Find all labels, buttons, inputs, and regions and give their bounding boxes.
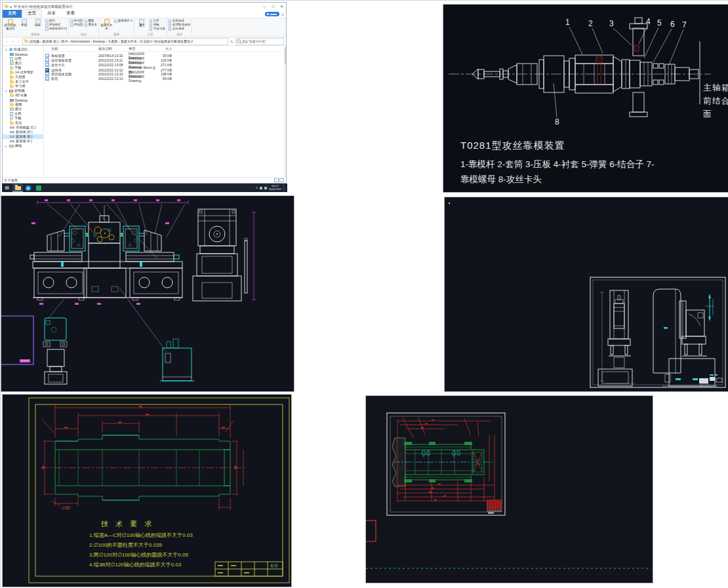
expand-icon[interactable]: ▸ — [5, 144, 8, 148]
column-type[interactable]: 类型 — [129, 47, 156, 51]
red-dimension-marks — [421, 420, 446, 500]
panel-machine-assembly — [1, 195, 294, 392]
tab-file[interactable]: 文件 — [3, 10, 22, 18]
properties-button[interactable]: 属性 — [136, 19, 148, 28]
sidebar-item-videos[interactable]: 视频 — [3, 102, 43, 107]
list-scrollbar[interactable] — [284, 46, 286, 177]
tab-home[interactable]: 主页 — [22, 9, 42, 18]
work-tables — [30, 252, 179, 267]
history-button[interactable]: 历史记录 — [150, 28, 165, 31]
up-button[interactable]: ↑ — [16, 39, 21, 43]
copy-button[interactable]: 复制 — [18, 19, 30, 28]
dwg-file-icon — [45, 72, 49, 77]
documents-icon — [10, 57, 13, 61]
copy-path-button[interactable]: 复制路径 — [45, 24, 67, 27]
file-row[interactable]: 靠模装置2007/8/14 13:33 DWG/DXF Drawing35 KB — [44, 52, 286, 56]
select-all-icon — [169, 20, 172, 23]
blue-banner-button[interactable] — [265, 12, 279, 16]
paste-shortcut-button[interactable]: 粘贴快捷方式 — [45, 28, 67, 31]
sidebar-item-folder2[interactable]: 凡易星 — [3, 75, 43, 79]
sidebar-item-pc-documents[interactable]: 文档 — [3, 111, 43, 116]
sheet-border-outer — [590, 277, 725, 387]
copy-to-button[interactable]: 复制到 — [70, 24, 83, 27]
invert-selection-button[interactable]: 反向选择 — [169, 28, 190, 31]
edit-icon — [150, 24, 153, 27]
new-folder-button[interactable]: 新建文件夹 — [100, 19, 113, 30]
taskbar-clock[interactable]: 16:17 2021/7/27 — [269, 185, 281, 191]
select-all-button[interactable]: 全部选择 — [169, 20, 190, 23]
show-desktop-button[interactable] — [283, 184, 285, 192]
minimize-button[interactable]: ─ — [260, 3, 269, 10]
collapse-icon[interactable]: ▾ — [5, 48, 8, 52]
new-item-button[interactable]: 新建项目 ▾ — [114, 20, 132, 23]
select-none-button[interactable]: 全部取消选择 — [169, 24, 190, 27]
sidebar-item-downloads[interactable]: 下载 — [3, 66, 43, 70]
sidebar-item-disk-e[interactable]: 新加卷 (E:) — [3, 134, 43, 139]
sidebar-item-pc-pictures[interactable]: 图片 — [3, 107, 43, 111]
view-toggle-icons[interactable] — [274, 178, 284, 182]
sidebar-item-pc-desktop[interactable]: Desktop — [3, 98, 43, 102]
tech-title: 技 术 要 求 — [101, 520, 154, 528]
sidebar-item-disk-f[interactable]: 新加卷 (F:) — [3, 139, 43, 144]
sidebar-item-folder4[interactable]: 学习类 — [3, 84, 43, 88]
rename-button[interactable]: 重命名 — [85, 24, 98, 27]
svg-text:前结合: 前结合 — [703, 96, 728, 106]
column-size[interactable]: 大小 — [156, 47, 174, 51]
edit-button[interactable]: 编辑 — [150, 24, 165, 27]
sidebar-this-pc[interactable]: ▾ 此电脑 — [3, 88, 43, 93]
invert-selection-icon — [169, 28, 172, 31]
move-to-button[interactable]: 移动到 — [70, 20, 83, 23]
start-button[interactable]: ⊞ — [2, 184, 12, 192]
sidebar-quick-access[interactable]: ▾ 快速访问 — [3, 47, 43, 52]
cut-button[interactable]: 剪切 — [45, 20, 67, 23]
quick-access-toolbar[interactable]: ▾ — [3, 5, 14, 9]
drive-icon — [10, 127, 14, 129]
callout-numbers: 1 2 3 4 5 6 7 8 — [555, 17, 687, 127]
pin-to-quick-access-button[interactable]: 固定到快速访问 — [4, 19, 16, 30]
sidebar-item-pictures[interactable]: 图片 — [3, 61, 43, 66]
tray-expand-icon[interactable]: ∧ — [256, 186, 258, 189]
refresh-button[interactable]: ↻ — [230, 39, 234, 44]
sidebar-item-folder1[interactable]: 14-日常维护 — [3, 70, 43, 75]
open-button[interactable]: 打开 — [150, 20, 165, 23]
item-count: 6 个项目 — [5, 178, 18, 183]
collapse-icon[interactable]: ▾ — [5, 89, 8, 93]
search-box[interactable] — [235, 38, 284, 45]
rename-icon — [85, 24, 88, 27]
sidebar-item-3d-objects[interactable]: 3D 对象 — [3, 93, 43, 98]
forward-button[interactable]: → — [10, 39, 15, 43]
panel-small-assembly — [365, 395, 653, 583]
back-button[interactable]: ← — [5, 39, 9, 43]
delete-button[interactable]: 删除 — [85, 20, 98, 23]
tab-share[interactable]: 共享 — [42, 10, 61, 18]
sidebar-item-desktop[interactable]: Desktop — [3, 52, 43, 56]
breadcrumb[interactable]: 此电脑 › 新加卷 (E:) › 用户 › Administrator › De… — [22, 38, 228, 45]
tray-network-icon[interactable] — [264, 187, 267, 189]
taskbar-edge-icon[interactable]: e — [23, 184, 33, 192]
sidebar-item-folder3[interactable]: 桌上文件 — [3, 79, 43, 84]
ribbon-collapse-icon[interactable]: ∧ — [281, 12, 286, 18]
sidebar-network[interactable]: ▸ 网络 — [3, 144, 43, 148]
taskbar-green-app-icon[interactable] — [33, 184, 44, 192]
svg-text:1.端面A—C对∅100轴心线的端跳不大于0.03: 1.端面A—C对∅100轴心线的端跳不大于0.03 — [89, 532, 193, 538]
status-bar: 6 个项目 — [3, 177, 286, 183]
tab-view[interactable]: 查看 — [61, 10, 80, 18]
qat-dropdown-icon[interactable]: ▾ — [10, 5, 12, 9]
column-machine-drawing — [445, 197, 728, 390]
tray-volume-icon[interactable] — [260, 187, 262, 189]
drive-icon — [10, 136, 14, 138]
search-input[interactable] — [241, 40, 283, 43]
sidebar-item-disk-c[interactable]: 本地磁盘 (C:) — [3, 125, 43, 130]
dropdown-icon: ▾ — [131, 20, 132, 23]
sidebar-item-documents[interactable]: 文档 — [3, 56, 43, 61]
maximize-button[interactable]: □ — [269, 3, 277, 10]
close-button[interactable]: ✕ — [277, 3, 286, 10]
sidebar-item-music[interactable]: 音乐 — [3, 121, 43, 125]
taskbar-explorer-icon[interactable] — [12, 184, 23, 192]
pictures-icon — [10, 108, 14, 111]
column-date[interactable]: 修改日期 — [98, 47, 129, 51]
column-name[interactable]: 名称 — [51, 47, 98, 51]
paste-button[interactable]: 粘贴 — [31, 19, 44, 28]
sidebar-item-disk-d[interactable]: 新加卷 (D:) — [3, 130, 43, 134]
sidebar-item-pc-downloads[interactable]: 下载 — [3, 116, 43, 121]
